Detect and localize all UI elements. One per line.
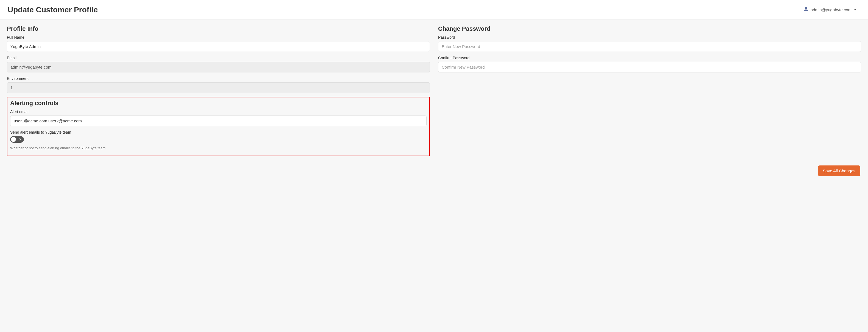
save-all-changes-button[interactable]: Save All Changes bbox=[818, 165, 860, 176]
send-to-team-field: Send alert emails to YugaByte team ✕ Whe… bbox=[10, 130, 427, 150]
user-email-label: admin@yugabyte.com bbox=[811, 7, 851, 12]
send-to-team-help: Whether or not to send alerting emails t… bbox=[10, 146, 427, 150]
change-password-title: Change Password bbox=[438, 25, 861, 32]
alerting-title: Alerting controls bbox=[10, 100, 427, 107]
toggle-off-icon: ✕ bbox=[19, 138, 22, 141]
page-title: Update Customer Profile bbox=[8, 5, 98, 14]
confirm-password-input[interactable] bbox=[438, 62, 861, 72]
environment-field: Environment bbox=[7, 76, 430, 93]
email-label: Email bbox=[7, 56, 430, 60]
full-name-field: Full Name bbox=[7, 35, 430, 52]
profile-info-title: Profile Info bbox=[7, 25, 430, 32]
alert-email-field: Alert email bbox=[10, 109, 427, 126]
footer-actions: Save All Changes bbox=[0, 164, 868, 183]
page-header: Update Customer Profile admin@yugabyte.c… bbox=[0, 0, 868, 20]
password-input[interactable] bbox=[438, 41, 861, 52]
confirm-password-label: Confirm Password bbox=[438, 56, 861, 60]
caret-down-icon: ▼ bbox=[854, 8, 857, 11]
send-to-team-label: Send alert emails to YugaByte team bbox=[10, 130, 427, 134]
email-input bbox=[7, 62, 430, 72]
content-area: Profile Info Full Name Email Environment… bbox=[0, 20, 868, 164]
password-field: Password bbox=[438, 35, 861, 52]
environment-input bbox=[7, 82, 430, 93]
alerting-controls-box: Alerting controls Alert email Send alert… bbox=[7, 97, 430, 156]
user-menu-dropdown[interactable]: admin@yugabyte.com ▼ bbox=[797, 5, 860, 14]
right-column: Change Password Password Confirm Passwor… bbox=[438, 25, 861, 156]
confirm-password-field: Confirm Password bbox=[438, 56, 861, 72]
full-name-label: Full Name bbox=[7, 35, 430, 39]
alert-email-label: Alert email bbox=[10, 109, 427, 114]
alert-email-input[interactable] bbox=[10, 115, 427, 126]
user-icon bbox=[804, 7, 808, 13]
send-to-team-toggle[interactable]: ✕ bbox=[10, 136, 24, 143]
password-label: Password bbox=[438, 35, 861, 39]
full-name-input[interactable] bbox=[7, 41, 430, 52]
left-column: Profile Info Full Name Email Environment… bbox=[7, 25, 430, 156]
email-field: Email bbox=[7, 56, 430, 72]
environment-label: Environment bbox=[7, 76, 430, 81]
toggle-knob bbox=[11, 137, 16, 142]
